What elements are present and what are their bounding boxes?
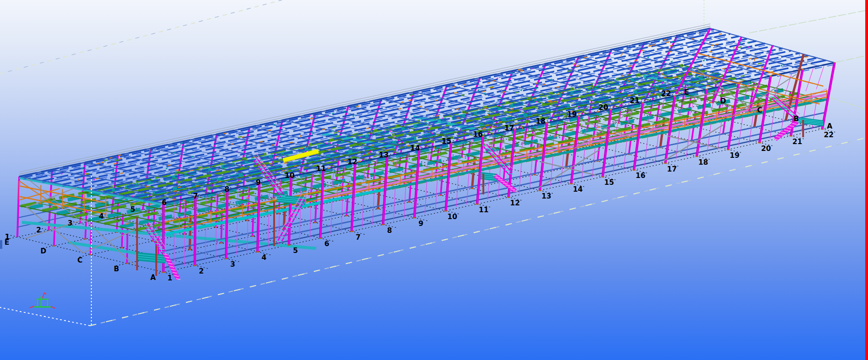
grid-label: 16	[473, 130, 483, 139]
grid-label: A	[827, 122, 832, 130]
grid-label: 19	[567, 110, 577, 118]
grid-label: E	[684, 88, 689, 97]
grid-label: E	[5, 238, 10, 247]
grid-label: 4	[99, 212, 104, 220]
grid-label: 9	[418, 220, 423, 228]
grid-label: 16	[635, 172, 646, 180]
grid-label: 11	[316, 165, 326, 173]
grid-label: 15	[442, 137, 452, 145]
grid-label: 18	[699, 158, 709, 167]
grid-label: 2	[36, 226, 41, 234]
origin-marker-icon	[30, 293, 55, 308]
grid-label: 22	[824, 131, 834, 139]
grid-label: 20	[598, 103, 609, 112]
grid-label: 22	[661, 90, 671, 98]
structural-model-3d-view[interactable]: 1122334455667788991010111112121313141415…	[0, 0, 868, 360]
grid-label: D	[41, 247, 47, 255]
grid-label: 6	[324, 240, 329, 248]
grid-label: 1	[168, 274, 173, 282]
grid-label: 12	[348, 158, 358, 166]
grid-label: A	[150, 274, 156, 282]
grid-label: 18	[536, 117, 546, 125]
grid-label: 10	[285, 172, 295, 180]
grid-label: 2	[199, 267, 204, 275]
grid-label: 6	[162, 199, 167, 207]
grid-label: C	[757, 106, 762, 114]
grid-label: 19	[730, 151, 740, 160]
view-border-right	[865, 0, 868, 360]
grid-label: 12	[510, 199, 520, 207]
grid-label: 4	[262, 253, 267, 262]
grid-label: 11	[479, 206, 489, 214]
grid-label: 14	[410, 144, 420, 152]
grid-label: C	[77, 256, 82, 264]
model-viewport[interactable]: 1122334455667788991010111112121313141415…	[0, 0, 868, 360]
grid-label: 13	[541, 192, 551, 200]
grid-label: 5	[293, 247, 298, 255]
grid-label: 5	[130, 205, 135, 214]
grid-label: 20	[761, 145, 771, 153]
grid-label: 3	[230, 260, 235, 269]
grid-label: 14	[573, 185, 583, 193]
grid-label: 7	[193, 192, 198, 200]
grid-label: D	[720, 97, 726, 105]
grid-label: 3	[68, 219, 73, 227]
grid-label: 10	[447, 213, 457, 221]
grid-label: 7	[356, 233, 361, 242]
grid-label: 8	[224, 185, 229, 193]
grid-label: B	[794, 115, 799, 123]
grid-label: 13	[379, 151, 389, 159]
grid-label: 21	[630, 97, 640, 105]
grid-label: 15	[604, 178, 614, 187]
grid-label: 21	[793, 138, 803, 146]
grid-label: 9	[256, 178, 261, 187]
grid-label: 8	[387, 226, 392, 235]
grid-label: 17	[504, 124, 514, 132]
left-edge-tab	[0, 240, 2, 249]
grid-label: B	[114, 265, 119, 273]
grid-label: 17	[667, 165, 677, 173]
